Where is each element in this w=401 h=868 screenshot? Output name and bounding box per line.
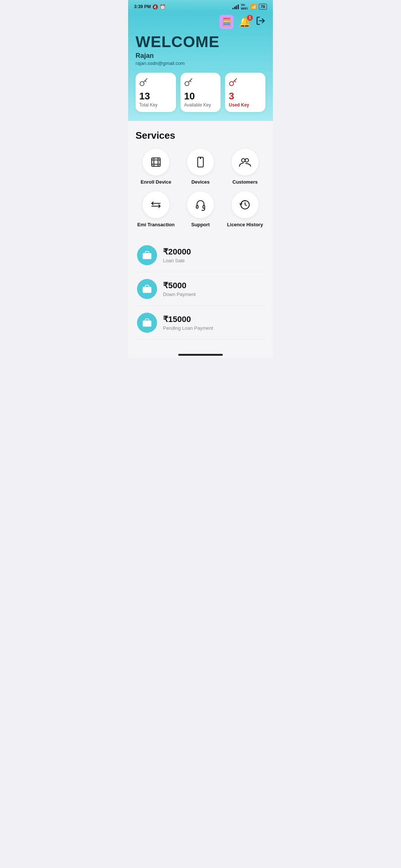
total-key-icon (139, 78, 148, 89)
pending-loan-info: ₹15000 Pending Loan Payment (163, 315, 213, 331)
loan-sale-amount: ₹20000 (163, 247, 191, 257)
total-key-value: 13 (139, 91, 150, 101)
support-icon (194, 198, 207, 211)
total-key-label: Total Key (139, 102, 157, 108)
support-label: Support (191, 222, 210, 228)
services-title: Services (136, 130, 265, 141)
loan-sale-avatar (137, 245, 157, 265)
key-cards-container: 13 Total Key 10 Available Key (136, 73, 265, 112)
time-display: 3:39 PM (134, 4, 151, 9)
svg-point-15 (200, 158, 201, 159)
service-licence-history[interactable]: Licence History (225, 191, 265, 228)
down-payment-info: ₹5000 Down Payment (163, 281, 196, 297)
services-grid: Enroll Device Devices Cust (136, 149, 265, 228)
header-section: 🧮 🔔 1 WELCOME Rajan rajan.ssdn@gmail.com (128, 12, 273, 121)
alarm-icon: ⏰ (160, 4, 166, 10)
total-key-card: 13 Total Key (136, 73, 176, 112)
used-key-value: 3 (229, 91, 234, 101)
svg-point-16 (242, 159, 245, 162)
briefcase-icon-2 (142, 284, 152, 294)
loan-sale-info: ₹20000 Loan Sale (163, 247, 191, 263)
customers-icon (239, 156, 251, 168)
pending-loan-avatar (137, 313, 157, 333)
payment-item-pending-loan: ₹15000 Pending Loan Payment (136, 306, 265, 340)
svg-rect-20 (196, 206, 198, 208)
calculator-icon[interactable]: 🧮 (219, 15, 234, 29)
welcome-text: WELCOME (136, 33, 265, 50)
used-key-icon (229, 78, 238, 89)
svg-rect-21 (203, 206, 205, 208)
home-bar (178, 354, 223, 356)
logout-icon[interactable] (256, 16, 265, 28)
down-payment-amount: ₹5000 (163, 281, 196, 290)
licence-history-label: Licence History (227, 222, 263, 228)
emi-transaction-icon-wrap (143, 191, 169, 218)
available-key-card: 10 Available Key (180, 73, 221, 112)
down-payment-label: Down Payment (163, 292, 196, 297)
available-key-value: 10 (184, 91, 195, 101)
service-devices[interactable]: Devices (180, 149, 221, 185)
wifi-icon: 📶 (250, 4, 257, 10)
user-name: Rajan (136, 52, 265, 60)
pending-loan-amount: ₹15000 (163, 315, 213, 324)
customers-icon-wrap (232, 149, 258, 175)
devices-label: Devices (191, 179, 209, 185)
mute-icon: 🔇 (152, 4, 158, 10)
briefcase-icon-3 (142, 318, 152, 328)
service-emi-transaction[interactable]: Emi Transaction (136, 191, 176, 228)
payment-list: ₹20000 Loan Sale ₹5000 Down Payment (136, 239, 265, 340)
svg-point-17 (245, 159, 248, 162)
service-customers[interactable]: Customers (225, 149, 265, 185)
available-key-label: Available Key (184, 102, 211, 108)
briefcase-icon-1 (142, 250, 152, 260)
wifi-vowifi-label: VoWiFi (241, 3, 248, 10)
devices-icon-wrap (187, 149, 214, 175)
support-icon-wrap (187, 191, 214, 218)
user-email: rajan.ssdn@gmail.com (136, 60, 265, 66)
licence-history-icon-wrap (232, 191, 258, 218)
status-bar: 3:39 PM 🔇 ⏰ VoWiFi 📶 78 (128, 0, 273, 12)
enroll-device-icon-wrap (143, 149, 169, 175)
svg-rect-5 (154, 160, 158, 164)
service-support[interactable]: Support (180, 191, 221, 228)
pending-loan-label: Pending Loan Payment (163, 325, 213, 331)
notification-bell[interactable]: 🔔 1 (239, 16, 251, 28)
devices-icon (194, 156, 207, 168)
customers-label: Customers (232, 179, 258, 185)
service-enroll-device[interactable]: Enroll Device (136, 149, 176, 185)
header-icons: 🧮 🔔 1 (136, 15, 265, 29)
used-key-label: Used Key (229, 102, 249, 108)
signal-icon (232, 4, 239, 9)
available-key-icon (184, 78, 193, 89)
battery-indicator: 78 (259, 4, 267, 10)
licence-history-icon (239, 198, 251, 211)
payment-item-loan-sale: ₹20000 Loan Sale (136, 239, 265, 272)
notification-badge: 1 (247, 15, 253, 21)
emi-transaction-label: Emi Transaction (137, 222, 175, 228)
down-payment-avatar (137, 279, 157, 299)
loan-sale-label: Loan Sale (163, 258, 191, 263)
payment-item-down-payment: ₹5000 Down Payment (136, 272, 265, 306)
emi-transaction-icon (150, 198, 162, 211)
used-key-card: 3 Used Key (225, 73, 265, 112)
svg-rect-4 (152, 158, 160, 167)
enroll-device-icon (150, 156, 162, 168)
main-content: Services Enroll Device (128, 121, 273, 349)
status-left: 3:39 PM 🔇 ⏰ (134, 4, 166, 10)
status-right: VoWiFi 📶 78 (232, 3, 267, 10)
enroll-device-label: Enroll Device (141, 179, 171, 185)
home-indicator (128, 349, 273, 358)
